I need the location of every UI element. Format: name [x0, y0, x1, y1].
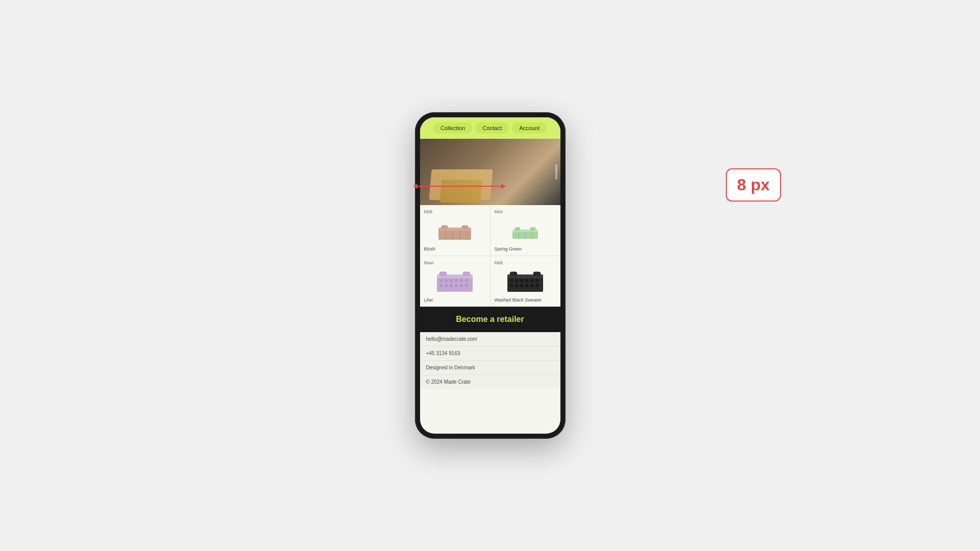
svg-rect-37 [530, 279, 533, 282]
svg-rect-34 [515, 279, 518, 282]
svg-rect-26 [455, 284, 458, 287]
product-grid: Midi Blus [420, 205, 560, 307]
product-size-mini: Mini [495, 209, 556, 214]
footer-phone[interactable]: +45 3134 9163 [420, 346, 560, 361]
footer-copyright: © 2024 Made Crate [420, 375, 560, 389]
footer-section: hello@madecrate.com +45 3134 9163 Design… [420, 332, 560, 389]
footer-origin: Designed in Denmark [420, 361, 560, 375]
svg-rect-45 [510, 272, 517, 276]
product-size-midi-2: Midi [495, 260, 556, 265]
svg-rect-46 [533, 272, 541, 276]
product-color-blush: Blush [424, 246, 486, 252]
nav-contact[interactable]: Contact [475, 122, 509, 134]
annotation-label: 8 px [726, 168, 781, 202]
svg-rect-35 [520, 279, 523, 282]
svg-rect-36 [525, 279, 528, 282]
phone-screen: Collection Contact Account Midi [420, 117, 560, 434]
product-color-black: Washed Black Sweater [495, 297, 556, 303]
product-img-black [495, 267, 556, 295]
cta-section[interactable]: Become a retailer [420, 307, 560, 332]
svg-rect-42 [525, 284, 528, 287]
svg-rect-40 [515, 284, 518, 287]
product-color-lilac: Lilac [424, 297, 486, 303]
product-img-green [495, 216, 556, 244]
product-color-green: Spring Green [495, 246, 556, 252]
svg-rect-7 [462, 226, 468, 229]
svg-rect-21 [460, 279, 463, 282]
svg-rect-24 [445, 284, 448, 287]
annotation-container: 8 px [726, 168, 781, 202]
svg-rect-23 [439, 284, 443, 287]
svg-rect-20 [455, 279, 458, 282]
svg-rect-18 [445, 279, 448, 282]
footer-email[interactable]: hello@madecrate.com [420, 332, 560, 346]
product-card-green[interactable]: Mini Spring Green [491, 205, 560, 256]
product-card-blush[interactable]: Midi Blus [420, 205, 490, 256]
product-size-midi-1: Midi [424, 209, 486, 214]
svg-rect-13 [515, 228, 520, 230]
product-card-lilac[interactable]: Maxi [420, 256, 490, 307]
top-nav: Collection Contact Account [420, 117, 560, 139]
svg-rect-27 [460, 284, 463, 287]
svg-rect-14 [530, 228, 535, 230]
svg-rect-17 [439, 279, 443, 282]
svg-rect-44 [535, 284, 538, 287]
hero-image [420, 139, 560, 205]
nav-account[interactable]: Account [512, 122, 547, 134]
product-size-maxi: Maxi [424, 260, 486, 265]
svg-rect-33 [510, 279, 513, 282]
svg-rect-6 [442, 226, 448, 229]
svg-rect-43 [530, 284, 533, 287]
svg-rect-25 [450, 284, 453, 287]
svg-rect-29 [439, 272, 447, 276]
svg-rect-38 [535, 279, 538, 282]
svg-rect-19 [450, 279, 453, 282]
cta-title: Become a retailer [428, 315, 552, 324]
product-img-lilac [424, 267, 486, 295]
phone-shell: Collection Contact Account Midi [415, 112, 566, 439]
svg-rect-41 [520, 284, 523, 287]
scroll-indicator [555, 164, 557, 180]
product-img-blush [424, 216, 486, 244]
product-card-black[interactable]: Midi [491, 256, 560, 307]
nav-collection[interactable]: Collection [433, 122, 472, 134]
svg-rect-28 [465, 284, 468, 287]
svg-rect-30 [463, 272, 470, 276]
svg-rect-22 [465, 279, 468, 282]
svg-rect-39 [510, 284, 513, 287]
